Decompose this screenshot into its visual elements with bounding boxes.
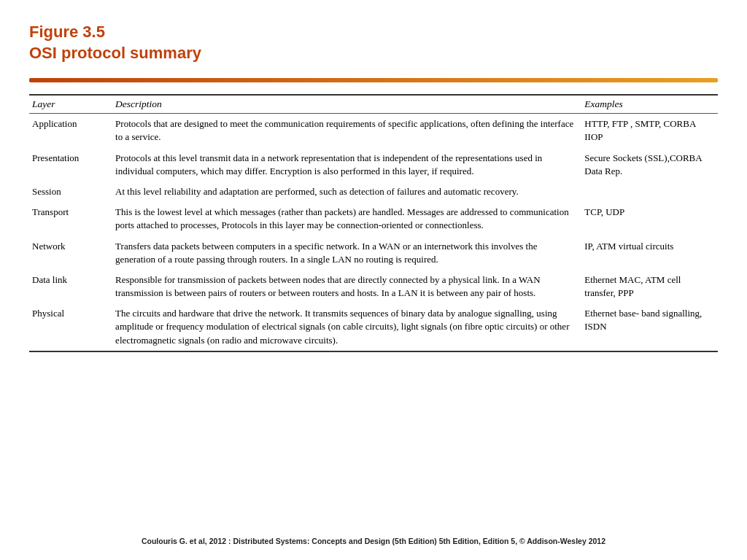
table-row: PhysicalThe circuits and hardware that d…	[29, 303, 718, 351]
table-row: ApplicationProtocols that are designed t…	[29, 114, 718, 148]
cell-description-0: Protocols that are designed to meet the …	[112, 114, 581, 148]
cell-examples-2	[581, 182, 718, 202]
footer-prefix: Coulouris G. et al, 2012 :	[142, 537, 233, 545]
header-row: Layer Description Examples	[29, 95, 718, 114]
footer: Coulouris G. et al, 2012 : Distributed S…	[29, 537, 718, 545]
cell-description-4: Transfers data packets between computers…	[112, 236, 581, 270]
cell-layer-5: Data link	[29, 270, 112, 303]
cell-examples-4: IP, ATM virtual circuits	[581, 236, 718, 270]
table-row: TransportThis is the lowest level at whi…	[29, 202, 718, 236]
header-description: Description	[112, 95, 581, 114]
cell-layer-1: Presentation	[29, 148, 112, 182]
cell-examples-3: TCP, UDP	[581, 202, 718, 236]
cell-layer-4: Network	[29, 236, 112, 270]
title-block: Figure 3.5 OSI protocol summary	[29, 22, 718, 63]
table-row: Data linkResponsible for transmission of…	[29, 270, 718, 303]
header-layer: Layer	[29, 95, 112, 114]
cell-layer-6: Physical	[29, 303, 112, 351]
cell-examples-5: Ethernet MAC, ATM cell transfer, PPP	[581, 270, 718, 303]
orange-divider	[29, 78, 718, 82]
table-row: NetworkTransfers data packets between co…	[29, 236, 718, 270]
cell-description-6: The circuits and hardware that drive the…	[112, 303, 581, 351]
cell-layer-0: Application	[29, 114, 112, 148]
cell-description-3: This is the lowest level at which messag…	[112, 202, 581, 236]
cell-description-5: Responsible for transmission of packets …	[112, 270, 581, 303]
footer-bold: Distributed Systems: Concepts and Design…	[233, 537, 436, 545]
table-body: ApplicationProtocols that are designed t…	[29, 114, 718, 351]
cell-description-2: At this level reliability and adaptation…	[112, 182, 581, 202]
page: Figure 3.5 OSI protocol summary Layer De…	[0, 0, 747, 560]
osi-table: Layer Description Examples ApplicationPr…	[29, 94, 718, 352]
table-header: Layer Description Examples	[29, 95, 718, 114]
table-row: SessionAt this level reliability and ada…	[29, 182, 718, 202]
cell-examples-1: Secure Sockets (SSL),CORBA Data Rep.	[581, 148, 718, 182]
cell-layer-2: Session	[29, 182, 112, 202]
cell-examples-6: Ethernet base- band signalling, ISDN	[581, 303, 718, 351]
table-row: PresentationProtocols at this level tran…	[29, 148, 718, 182]
footer-suffix: 5th Edition, Edition 5, © Addison-Wesley…	[437, 537, 605, 545]
title-line2: OSI protocol summary	[29, 43, 718, 64]
figure-title: Figure 3.5 OSI protocol summary	[29, 22, 718, 63]
cell-description-1: Protocols at this level transmit data in…	[112, 148, 581, 182]
title-line1: Figure 3.5	[29, 22, 718, 43]
cell-examples-0: HTTP, FTP , SMTP, CORBA IIOP	[581, 114, 718, 148]
header-examples: Examples	[581, 95, 718, 114]
cell-layer-3: Transport	[29, 202, 112, 236]
table-container: Layer Description Examples ApplicationPr…	[29, 94, 718, 528]
